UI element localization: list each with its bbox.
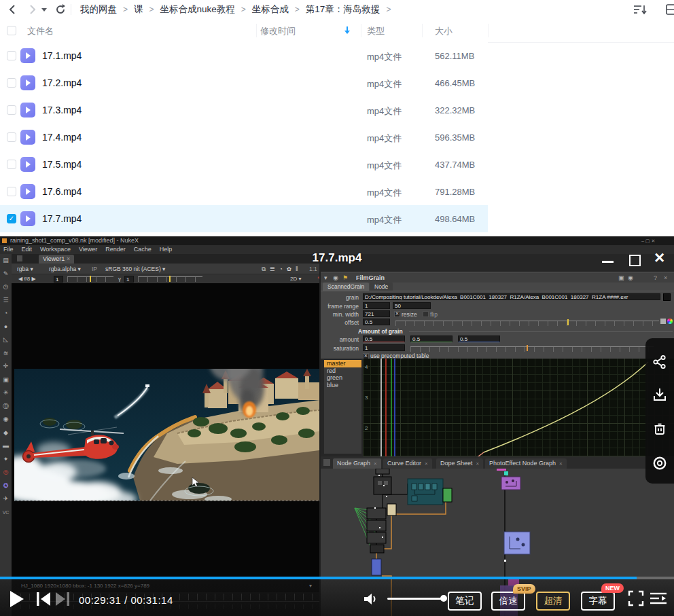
transform-tools-icon[interactable]: ✛ <box>0 360 12 374</box>
node-tan[interactable] <box>387 504 396 515</box>
saturation-slider[interactable] <box>410 346 654 352</box>
play-button[interactable] <box>9 590 25 608</box>
row-checkbox[interactable] <box>7 78 16 88</box>
grain-path-input[interactable] <box>363 293 660 300</box>
channel-master[interactable]: master <box>324 360 361 367</box>
file-browse-button[interactable] <box>663 293 671 301</box>
gamma-value[interactable]: 1 <box>124 276 134 283</box>
subtitle-button[interactable]: 字幕 <box>581 592 615 611</box>
breadcrumb-item[interactable]: 我的网盘 <box>80 3 117 16</box>
table-row-selected[interactable]: ✓ 17.7.mp4 mp4文件 498.64MB <box>0 205 488 232</box>
metadata-tools-icon[interactable]: ◆ <box>0 427 12 440</box>
offset-slider[interactable] <box>395 321 659 326</box>
file-name[interactable]: 17.5.mp4 <box>42 159 82 170</box>
node-blue[interactable] <box>372 559 381 575</box>
channel-blue[interactable]: blue <box>324 382 361 389</box>
volume-icon[interactable] <box>363 592 379 606</box>
view-toggle-icon[interactable] <box>666 4 674 16</box>
channel-green[interactable]: green <box>324 374 361 382</box>
node-green[interactable] <box>443 488 452 502</box>
tab-close-icon[interactable]: × <box>425 460 428 467</box>
pause-viewer-icon[interactable]: ‖ <box>296 266 302 272</box>
file-name[interactable]: 17.7.mp4 <box>42 213 82 224</box>
other-tools-icon[interactable]: ✦ <box>0 453 12 467</box>
layout-icon[interactable]: ☰ <box>270 266 279 272</box>
toolsets-icon[interactable]: ▬ <box>0 439 12 453</box>
tab-node-graph[interactable]: Node Graph× <box>333 458 381 469</box>
delete-icon[interactable] <box>652 421 667 436</box>
channel-red[interactable]: red <box>324 367 361 375</box>
file-name[interactable]: 17.6.mp4 <box>42 186 82 197</box>
flip-checkbox[interactable] <box>423 311 429 317</box>
resize-checkbox[interactable]: ✕ <box>394 311 400 317</box>
min-width-input[interactable] <box>363 310 390 317</box>
column-modified[interactable]: 修改时间 <box>260 25 296 37</box>
curve-graph[interactable]: 4 3 2 <box>363 359 674 456</box>
maximize-button[interactable] <box>629 255 641 266</box>
column-name[interactable]: 文件名 <box>27 25 54 37</box>
panel-float-icon[interactable]: ▣ <box>618 273 624 283</box>
color-tools-icon[interactable]: ◔ <box>0 307 12 321</box>
sort-desc-icon[interactable] <box>344 26 356 38</box>
row-checkbox[interactable] <box>7 160 16 169</box>
fullscreen-icon[interactable] <box>628 590 644 606</box>
panel-eye-icon[interactable]: ◉ <box>628 273 633 283</box>
monitor-out-icon[interactable]: ⧉ <box>262 266 270 272</box>
record-icon[interactable] <box>652 456 667 471</box>
amount-green-input[interactable] <box>410 336 453 342</box>
plugin-icon[interactable]: ✈ <box>0 492 12 506</box>
history-caret-icon[interactable] <box>41 7 53 19</box>
layer-select[interactable]: rgba ▾ <box>17 264 33 274</box>
breadcrumb-item[interactable]: 课 <box>134 3 143 16</box>
share-icon[interactable] <box>652 355 667 369</box>
breadcrumb-item-current[interactable]: 第17章：海岛救援 <box>306 3 380 16</box>
slider-solid-swatch-icon[interactable] <box>660 319 666 324</box>
roi-icon[interactable]: ✿ <box>287 266 296 272</box>
table-row[interactable]: 17.3.mp4 mp4文件 322.32MB <box>0 96 488 124</box>
quality-button[interactable]: 超清 <box>536 592 570 611</box>
amount-blue-input[interactable] <box>458 336 500 342</box>
tab-close-icon[interactable]: × <box>476 460 480 467</box>
table-row[interactable]: 17.2.mp4 mp4文件 466.45MB <box>0 69 488 96</box>
color-wheel-icon[interactable] <box>667 319 673 324</box>
file-name[interactable]: 17.1.mp4 <box>42 50 82 61</box>
plugin-purple-icon[interactable]: ✪ <box>0 479 12 493</box>
draw-tools-icon[interactable]: ✎ <box>0 268 12 281</box>
node-periwinkle[interactable] <box>504 532 530 554</box>
tab-close-icon[interactable]: × <box>559 460 563 467</box>
node-dot-cyan[interactable] <box>504 471 508 475</box>
plugin-red-icon[interactable]: ◎ <box>0 466 12 479</box>
sort-icon[interactable] <box>633 4 645 16</box>
close-button[interactable]: × <box>654 247 664 268</box>
notes-button[interactable]: 笔记 <box>448 592 482 611</box>
playlist-icon[interactable] <box>650 592 667 605</box>
panel-caret-icon[interactable]: ▾ <box>324 273 327 283</box>
row-checkbox-checked[interactable]: ✓ <box>7 214 16 223</box>
table-row[interactable]: 17.1.mp4 mp4文件 562.11MB <box>0 42 488 69</box>
select-all-checkbox[interactable] <box>7 26 16 35</box>
tab-photoeffect-node-graph[interactable]: PhotoEffect Node Graph× <box>485 458 567 469</box>
refresh-viewer-icon[interactable]: ◔ <box>279 266 287 272</box>
next-frame-button[interactable] <box>54 592 71 606</box>
node-backdrop-teal[interactable] <box>408 479 443 505</box>
saturation-input[interactable] <box>363 344 405 351</box>
tab-close-icon[interactable]: × <box>374 460 377 467</box>
frame-to-input[interactable] <box>393 302 431 309</box>
keyer-tools-icon[interactable]: ◺ <box>0 333 12 347</box>
tab-node[interactable]: Node <box>370 283 393 291</box>
input-process-toggle[interactable]: IP <box>92 264 97 274</box>
viewer-viewport[interactable] <box>12 283 319 579</box>
file-name[interactable]: 17.2.mp4 <box>42 77 82 88</box>
row-checkbox[interactable] <box>7 105 16 115</box>
file-name[interactable]: 17.4.mp4 <box>42 132 82 143</box>
gain-fstop[interactable]: ◀ f/8 ▶ <box>18 274 36 283</box>
back-icon[interactable] <box>7 3 19 16</box>
vc-tools-icon[interactable]: VC <box>0 506 12 520</box>
row-checkbox[interactable] <box>7 51 16 60</box>
table-row[interactable]: 17.6.mp4 mp4文件 791.28MB <box>0 178 488 205</box>
panel-center-icon[interactable]: ◉ <box>333 273 338 283</box>
offset-input[interactable] <box>363 319 390 325</box>
3d-tools-icon[interactable]: ▣ <box>0 374 12 387</box>
breadcrumb-item[interactable]: 坐标合成 <box>252 3 289 16</box>
node-purple[interactable] <box>501 477 520 490</box>
